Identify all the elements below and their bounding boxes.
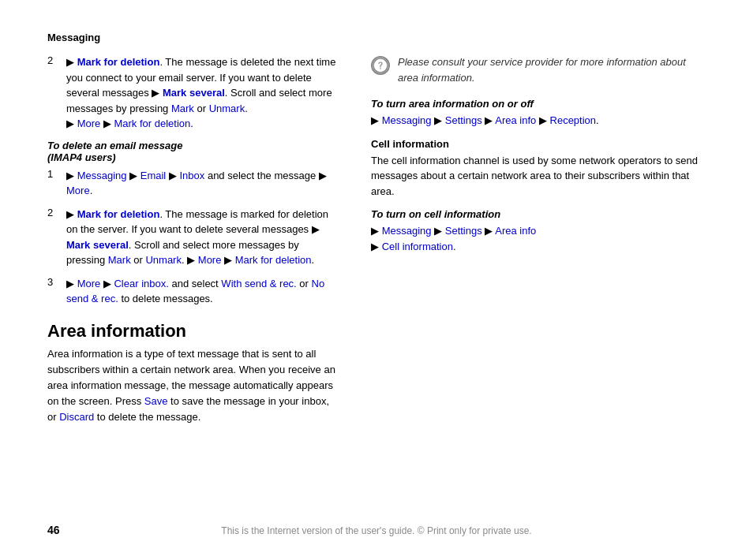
more-link-1[interactable]: More [77, 118, 101, 129]
reception-link[interactable]: Reception [550, 114, 597, 126]
inbox-link[interactable]: Inbox [179, 170, 204, 181]
area-information-body: Area information is a type of text messa… [47, 346, 339, 426]
mark-for-deletion-link-3[interactable]: Mark for deletion [77, 208, 160, 220]
mark-for-deletion-link-1[interactable]: Mark for deletion [77, 56, 160, 68]
mark-for-deletion-link-4[interactable]: Mark for deletion [235, 254, 312, 266]
email-link[interactable]: Email [140, 170, 167, 181]
messaging-link-1[interactable]: Messaging [77, 170, 127, 181]
mark-several-link-2[interactable]: Mark several [66, 239, 129, 251]
area-info-link-2[interactable]: Area info [495, 225, 536, 237]
messaging-link-3[interactable]: Messaging [382, 225, 432, 237]
area-information-heading: Area information [47, 321, 339, 342]
footer-text: This is the Internet version of the user… [0, 525, 753, 536]
numbered-item-2: 2 ▶ Mark for deletion. The message is de… [47, 54, 339, 132]
save-link[interactable]: Save [144, 395, 168, 407]
imap-item-3: 3 ▶ More ▶ Clear inbox. and select With … [47, 276, 339, 307]
cell-information-link[interactable]: Cell information [382, 241, 453, 252]
imap-item-2-content: ▶ Mark for deletion. The message is mark… [66, 207, 339, 268]
turn-area-info-steps: ▶ Messaging ▶ Settings ▶ Area info ▶ Rec… [371, 113, 706, 129]
settings-link-2[interactable]: Settings [445, 225, 482, 237]
mark-for-deletion-link-2[interactable]: Mark for deletion [114, 118, 190, 129]
with-send-rec-link[interactable]: With send & rec. [221, 278, 296, 289]
mark-link-2[interactable]: Mark [108, 254, 131, 266]
mark-link-1[interactable]: Mark [171, 103, 194, 114]
imap-item-1-num: 1 [47, 168, 58, 199]
svg-point-1 [380, 68, 381, 69]
right-column: Please consult your service provider for… [371, 54, 706, 425]
left-column: 2 ▶ Mark for deletion. The message is de… [47, 54, 339, 425]
turn-cell-info-steps: ▶ Messaging ▶ Settings ▶ Area info ▶ Cel… [371, 223, 706, 254]
imap-item-2-num: 2 [47, 207, 58, 268]
more-link-3[interactable]: More [198, 254, 222, 266]
imap-item-2: 2 ▶ Mark for deletion. The message is ma… [47, 207, 339, 268]
two-column-layout: 2 ▶ Mark for deletion. The message is de… [47, 54, 706, 425]
info-box-text: Please consult your service provider for… [398, 54, 706, 85]
imap-item-1-content: ▶ Messaging ▶ Email ▶ Inbox and select t… [66, 168, 339, 199]
unmark-link-2[interactable]: Unmark [145, 254, 182, 266]
info-icon [371, 56, 390, 75]
cell-information-body: The cell information channel is used by … [371, 153, 706, 200]
messaging-link-2[interactable]: Messaging [382, 114, 432, 126]
info-box: Please consult your service provider for… [371, 54, 706, 85]
more-link-4[interactable]: More [77, 278, 101, 289]
imap-item-3-content: ▶ More ▶ Clear inbox. and select With se… [66, 276, 339, 307]
mark-several-link-1[interactable]: Mark several [163, 87, 225, 99]
item-number: 2 [47, 54, 58, 132]
turn-area-info-title: To turn area information on or off [371, 98, 706, 110]
more-link-2[interactable]: More [66, 185, 90, 196]
imap-item-3-num: 3 [47, 276, 58, 307]
turn-cell-info-title: To turn on cell information [371, 208, 706, 220]
discard-link[interactable]: Discard [59, 411, 94, 423]
cell-information-heading: Cell information [371, 138, 706, 150]
clear-inbox-link[interactable]: Clear inbox. [114, 278, 168, 289]
unmark-link-1[interactable]: Unmark [209, 103, 245, 114]
imap-section-title: To delete an email message(IMAP4 users) [47, 140, 339, 163]
imap-item-1: 1 ▶ Messaging ▶ Email ▶ Inbox and select… [47, 168, 339, 199]
section-header: Messaging [47, 32, 706, 43]
area-info-link-1[interactable]: Area info [495, 114, 536, 126]
settings-link-1[interactable]: Settings [445, 114, 482, 126]
item-2-content: ▶ Mark for deletion. The message is dele… [66, 54, 339, 132]
page: Messaging 2 ▶ Mark for deletion. The mes… [0, 0, 753, 560]
